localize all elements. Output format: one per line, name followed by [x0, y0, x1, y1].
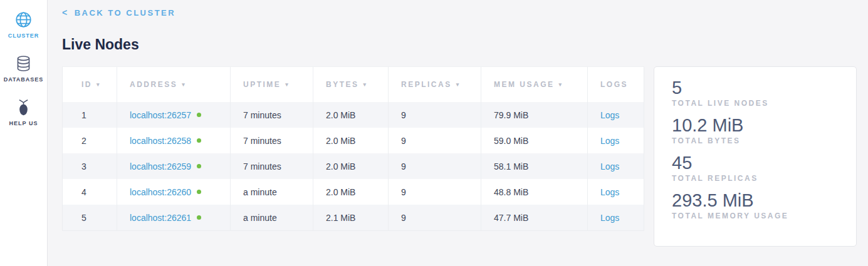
- stat-value: 293.5 MiB: [672, 190, 839, 210]
- sidebar-item-label: CLUSTER: [8, 33, 39, 39]
- node-live-dot-icon: [197, 215, 201, 220]
- cell-node-id: 2: [63, 128, 117, 153]
- table-row: 5 localhost:26261 a minute 2.1 MiB 9 47.…: [63, 205, 644, 230]
- logs-link[interactable]: Logs: [600, 110, 619, 120]
- column-header[interactable]: ADDRESS ▾: [117, 67, 231, 102]
- logs-link[interactable]: Logs: [600, 213, 619, 223]
- summary-stat: 10.2 MiB TOTAL BYTES: [672, 115, 839, 145]
- live-nodes-table: ID ▾ ADDRESS ▾ UPTIME ▾ BYTES ▾ REPLICAS…: [62, 66, 644, 231]
- sidebar: CLUSTER DATABASES HELP US: [0, 0, 48, 266]
- stat-value: 10.2 MiB: [672, 115, 839, 135]
- table-row: 1 localhost:26257 7 minutes 2.0 MiB 9 79…: [63, 102, 644, 128]
- content-row: ID ▾ ADDRESS ▾ UPTIME ▾ BYTES ▾ REPLICAS…: [62, 66, 868, 247]
- logs-link[interactable]: Logs: [600, 161, 619, 171]
- cell-address: localhost:26258: [117, 128, 231, 153]
- summary-stat: 293.5 MiB TOTAL MEMORY USAGE: [672, 190, 839, 220]
- column-header-label: UPTIME: [243, 80, 281, 89]
- stat-value: 5: [672, 78, 839, 98]
- sidebar-item-cluster[interactable]: CLUSTER: [0, 10, 47, 39]
- cell-uptime: 7 minutes: [231, 128, 313, 153]
- cell-mem-usage: 59.0 MiB: [481, 128, 588, 153]
- sort-arrow-icon: ▾: [285, 81, 290, 88]
- cell-node-id: 3: [63, 153, 117, 179]
- address-link[interactable]: localhost:26261: [130, 213, 191, 223]
- column-header[interactable]: BYTES ▾: [313, 67, 389, 102]
- cell-logs: Logs: [588, 205, 644, 230]
- cell-uptime: 7 minutes: [231, 102, 313, 128]
- cell-uptime: a minute: [231, 179, 313, 205]
- stat-label: TOTAL LIVE NODES: [672, 99, 839, 108]
- sort-arrow-icon: ▾: [182, 81, 186, 88]
- cell-uptime: a minute: [231, 205, 313, 230]
- column-header-label: REPLICAS: [401, 80, 452, 89]
- cell-bytes: 2.0 MiB: [313, 128, 389, 153]
- cell-address: localhost:26261: [117, 205, 231, 230]
- sort-arrow-icon: ▾: [363, 81, 368, 88]
- databases-icon: [15, 54, 32, 73]
- node-live-dot-icon: [197, 138, 201, 143]
- cell-address: localhost:26260: [117, 179, 231, 205]
- sidebar-item-label: HELP US: [9, 120, 38, 126]
- table-row: 2 localhost:26258 7 minutes 2.0 MiB 9 59…: [63, 128, 644, 153]
- column-header: LOGS ▾: [588, 67, 644, 102]
- address-link[interactable]: localhost:26257: [130, 110, 191, 120]
- cell-replicas: 9: [389, 205, 481, 230]
- cell-replicas: 9: [389, 128, 481, 153]
- bug-icon: [16, 98, 31, 116]
- cell-replicas: 9: [389, 102, 481, 128]
- column-header-label: ID: [81, 80, 92, 89]
- stat-label: TOTAL BYTES: [672, 136, 839, 145]
- sort-arrow-icon: ▾: [97, 81, 101, 88]
- column-header[interactable]: MEM USAGE ▾: [481, 67, 588, 102]
- cell-node-id: 5: [63, 205, 117, 230]
- cell-bytes: 2.0 MiB: [313, 179, 389, 205]
- cell-address: localhost:26259: [117, 153, 231, 179]
- stat-label: TOTAL MEMORY USAGE: [672, 212, 839, 220]
- sidebar-item-databases[interactable]: DATABASES: [0, 54, 47, 83]
- column-header[interactable]: ID ▾: [63, 67, 117, 102]
- main-content: < BACK TO CLUSTER Live Nodes ID ▾ ADDRES…: [48, 0, 868, 266]
- cell-mem-usage: 58.1 MiB: [481, 153, 588, 179]
- node-live-dot-icon: [197, 113, 201, 117]
- cell-bytes: 2.1 MiB: [313, 205, 389, 230]
- summary-card: 5 TOTAL LIVE NODES 10.2 MiB TOTAL BYTES …: [654, 66, 857, 247]
- summary-stat: 5 TOTAL LIVE NODES: [672, 78, 839, 108]
- cell-bytes: 2.0 MiB: [313, 153, 389, 179]
- cell-replicas: 9: [389, 153, 481, 179]
- node-live-dot-icon: [197, 164, 201, 168]
- cell-uptime: 7 minutes: [231, 153, 313, 179]
- address-link[interactable]: localhost:26259: [130, 161, 191, 171]
- table-header-row: ID ▾ ADDRESS ▾ UPTIME ▾ BYTES ▾ REPLICAS…: [63, 67, 644, 102]
- cell-logs: Logs: [588, 153, 644, 179]
- summary-stat: 45 TOTAL REPLICAS: [672, 153, 839, 183]
- stat-label: TOTAL REPLICAS: [672, 174, 839, 183]
- cell-node-id: 1: [63, 102, 117, 128]
- column-header-label: BYTES: [326, 80, 359, 89]
- logs-link[interactable]: Logs: [600, 136, 619, 146]
- logs-link[interactable]: Logs: [600, 187, 619, 197]
- cell-mem-usage: 47.7 MiB: [481, 205, 588, 230]
- cell-address: localhost:26257: [117, 102, 231, 128]
- back-link-label: BACK TO CLUSTER: [75, 8, 175, 18]
- sidebar-item-help-us[interactable]: HELP US: [0, 98, 47, 126]
- node-live-dot-icon: [197, 190, 201, 194]
- cell-bytes: 2.0 MiB: [313, 102, 389, 128]
- sort-arrow-icon: ▾: [559, 81, 563, 88]
- cell-logs: Logs: [588, 179, 644, 205]
- address-link[interactable]: localhost:26258: [130, 136, 191, 146]
- page-title: Live Nodes: [62, 36, 868, 53]
- back-to-cluster-link[interactable]: < BACK TO CLUSTER: [62, 8, 175, 18]
- column-header[interactable]: UPTIME ▾: [231, 67, 313, 102]
- cell-node-id: 4: [63, 179, 117, 205]
- column-header[interactable]: REPLICAS ▾: [389, 67, 481, 102]
- cell-replicas: 9: [389, 179, 481, 205]
- column-header-label: LOGS: [600, 80, 628, 89]
- globe-icon: [15, 10, 32, 29]
- stat-value: 45: [672, 153, 839, 173]
- back-chevron-icon: <: [62, 8, 69, 18]
- address-link[interactable]: localhost:26260: [130, 187, 191, 197]
- column-header-label: MEM USAGE: [494, 80, 555, 89]
- table-header: ID ▾ ADDRESS ▾ UPTIME ▾ BYTES ▾ REPLICAS…: [63, 67, 644, 102]
- cell-logs: Logs: [588, 128, 644, 153]
- cell-mem-usage: 48.8 MiB: [481, 179, 588, 205]
